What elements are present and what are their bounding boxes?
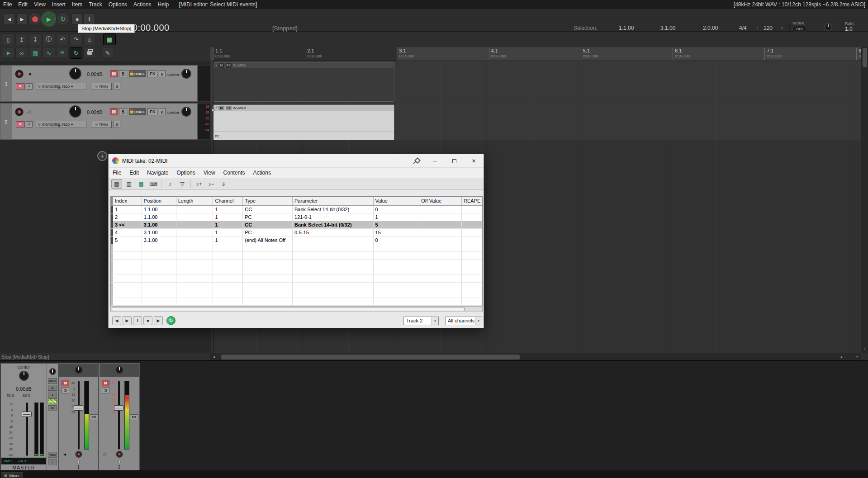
- lock-button[interactable]: [83, 47, 96, 59]
- midi-pause-button[interactable]: ‖: [133, 316, 142, 325]
- media-item-01-midi[interactable]: ◔ M FX 01-MIDI: [213, 62, 394, 102]
- mixer-docker-tab[interactable]: ▦ Mixer: [1, 472, 23, 478]
- track-selector[interactable]: Track 2 ▾: [403, 317, 439, 325]
- item-fx-button[interactable]: FX: [226, 63, 232, 68]
- piano-roll-view-button[interactable]: ▦: [136, 179, 147, 189]
- master-volume-readout[interactable]: 0.00dB: [1, 386, 47, 392]
- column-header-channel[interactable]: Channel: [213, 197, 243, 205]
- master-trim-button[interactable]: TRIM: [48, 452, 57, 458]
- horizontal-scrollbar[interactable]: ◂ ▸ − +: [210, 353, 861, 360]
- filter-events-button[interactable]: ▽: [177, 179, 188, 189]
- ruler-mark-7.1[interactable]: 7.10:12.000: [764, 48, 782, 60]
- pan-knob[interactable]: [181, 107, 191, 117]
- midi-sync-button[interactable]: ↻: [166, 316, 175, 325]
- metronome-icon[interactable]: ♩: [756, 25, 761, 30]
- record-mode-button[interactable]: ✕: [16, 83, 25, 90]
- event-row[interactable]: 21.1.001PC121-0-11: [111, 213, 482, 221]
- ruler-mark-6.1[interactable]: 6.10:10.000: [673, 48, 690, 60]
- record-mode-button[interactable]: ✕: [16, 121, 25, 128]
- master-s-button[interactable]: S: [48, 392, 57, 398]
- add-button[interactable]: +: [97, 151, 107, 161]
- record-arm-button[interactable]: [15, 108, 24, 116]
- envelope-trim-button[interactable]: ∿ TRIM: [91, 121, 112, 128]
- record-mode-dropdown[interactable]: ▾: [26, 83, 33, 90]
- midi-menu-item-edit[interactable]: Edit: [125, 168, 143, 178]
- volume-knob[interactable]: [69, 67, 81, 80]
- go-to-start-button[interactable]: ◀: [4, 14, 15, 25]
- note-button[interactable]: ♪: [165, 179, 175, 189]
- master-pan-knob[interactable]: [19, 371, 29, 381]
- record-input-selector[interactable]: ∿ monitoring, reco ▾: [36, 83, 86, 90]
- maximize-button[interactable]: [445, 154, 464, 168]
- go-to-end-button[interactable]: ▶: [16, 14, 28, 25]
- ruler-mark-4.1[interactable]: 4.10:06.000: [489, 48, 506, 60]
- menubar-item-track[interactable]: Track: [85, 0, 105, 9]
- import-events-button[interactable]: ⇓: [218, 179, 229, 189]
- envelope-button[interactable]: ∿: [43, 47, 55, 59]
- column-header-off-value[interactable]: Off Value: [419, 197, 462, 205]
- delete-event-button[interactable]: ♪−: [206, 179, 217, 189]
- playrate-block[interactable]: Rate: 1.0: [845, 21, 865, 32]
- midi-stop-button[interactable]: ■: [143, 316, 152, 325]
- volume-readout[interactable]: 0.00dB: [87, 109, 103, 115]
- mute-button[interactable]: M: [110, 70, 118, 77]
- column-header-parameter[interactable]: Parameter: [293, 197, 374, 205]
- monitor-icon[interactable]: ◁: [27, 109, 31, 115]
- playrate-knob[interactable]: [824, 23, 832, 31]
- mixer-channel-1[interactable]: M S -68-6-18-30-42-54 FX ◄ 1: [58, 363, 99, 471]
- pencil-tool-button[interactable]: ✎: [101, 47, 114, 59]
- project-settings-button[interactable]: ⓘ: [43, 33, 55, 45]
- envelope-trim-button[interactable]: ∿ TRIM: [91, 83, 112, 90]
- midi-play-button[interactable]: ▶: [123, 316, 132, 325]
- column-header-value[interactable]: Value: [374, 197, 420, 205]
- env-bypass-button[interactable]: ø: [114, 121, 120, 128]
- solo-button[interactable]: S: [119, 108, 127, 115]
- ruler-mark-5.1[interactable]: 5.10:08.000: [581, 48, 598, 60]
- ruler-mark-3.1[interactable]: 3.10:04.000: [397, 48, 414, 60]
- channel-monitor-icon[interactable]: ◁: [103, 452, 106, 457]
- fx-button[interactable]: FX: [147, 70, 157, 77]
- item-grouping-button[interactable]: ∞: [15, 47, 28, 59]
- event-row[interactable]: 3 <<3.1.001CCBank Select 14-bit (0/32)5: [111, 221, 482, 229]
- selection-end[interactable]: 3.1.00: [660, 25, 675, 31]
- channel-pan-knob[interactable]: [75, 366, 83, 374]
- snap-grid-button[interactable]: ▦: [29, 47, 42, 59]
- route-button[interactable]: ROUTE: [129, 70, 146, 77]
- record-mode-dropdown[interactable]: ▾: [26, 121, 33, 128]
- zoom-out-button[interactable]: −: [846, 353, 853, 360]
- track-panel-2[interactable]: 2 ◁ 0.00dB M S ROUTE FX ø center ✕ ▾ ∿ m…: [0, 103, 198, 140]
- ruler-mark-8.1[interactable]: 8.10:14.000: [856, 48, 861, 60]
- mixer-channel-2[interactable]: M S -68-6-18-30-42-54 FX ◁ 2: [99, 363, 140, 471]
- scrollbar-thumb[interactable]: [221, 355, 520, 360]
- mute-button[interactable]: M: [110, 108, 118, 115]
- menubar-item-file[interactable]: File: [0, 0, 15, 9]
- midi-menu-item-view[interactable]: View: [199, 168, 219, 178]
- master-m-button[interactable]: M: [48, 385, 57, 391]
- channel-record-arm[interactable]: [116, 451, 123, 458]
- new-project-button[interactable]: ▯: [2, 33, 14, 45]
- global-automation[interactable]: GLOBAL OFF: [792, 22, 807, 32]
- menubar-item-view[interactable]: View: [31, 0, 49, 9]
- route-button[interactable]: ROUTE: [129, 108, 146, 115]
- master-mono-button[interactable]: MONO: [48, 378, 57, 384]
- pin-icon[interactable]: [413, 158, 419, 164]
- menubar-item-actions[interactable]: Actions: [130, 0, 154, 9]
- scroll-left-button[interactable]: ◂: [210, 353, 218, 360]
- redo-button[interactable]: ↷: [70, 33, 82, 45]
- midi-menu-item-file[interactable]: File: [109, 168, 125, 178]
- menubar-item-edit[interactable]: Edit: [15, 0, 31, 9]
- close-button[interactable]: ✕: [464, 154, 484, 168]
- menubar-item-item[interactable]: Item: [69, 0, 85, 9]
- scrollbar-thumb[interactable]: [863, 48, 867, 67]
- master-width-knob[interactable]: [49, 368, 56, 375]
- piano-keys-button[interactable]: ⌨: [148, 179, 159, 189]
- menubar-item-help[interactable]: Help: [154, 0, 172, 9]
- event-list-table[interactable]: IndexPositionLengthChannelTypeParameterV…: [110, 196, 483, 306]
- fx-bypass-button[interactable]: ø: [159, 70, 166, 77]
- smart-tool-button[interactable]: ➤: [2, 47, 14, 59]
- fx-button[interactable]: FX: [147, 108, 157, 115]
- timeline-ruler[interactable]: 1.10:00.0002.10:02.0003.10:04.0004.10:06…: [210, 47, 861, 61]
- vertical-zoom-in-button[interactable]: +: [861, 345, 868, 353]
- env-bypass-button[interactable]: ø: [114, 83, 120, 90]
- loop-toggle-button[interactable]: ↻: [70, 47, 82, 59]
